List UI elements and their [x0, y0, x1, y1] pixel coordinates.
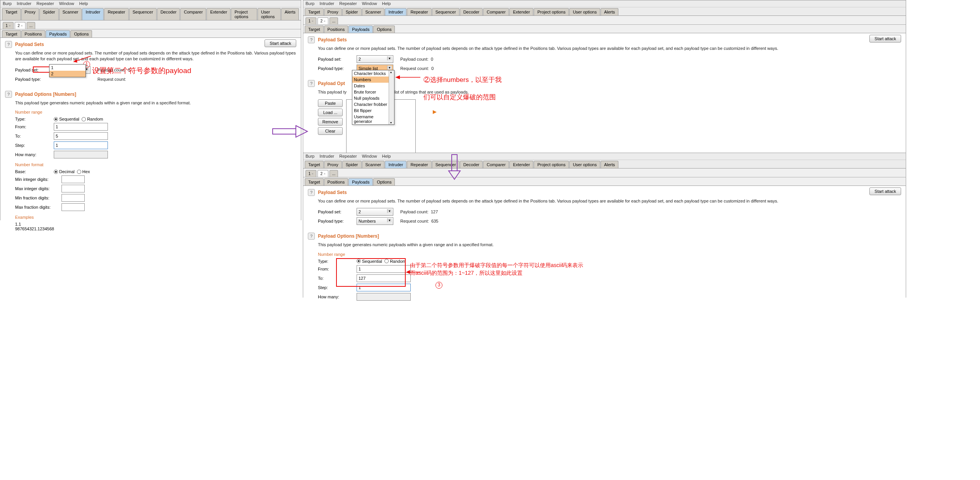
dropdown-scrollbar[interactable] — [389, 70, 394, 124]
max-int-input[interactable] — [61, 185, 85, 192]
dropdown-opt-dates[interactable]: Dates — [352, 83, 394, 89]
tab-project-options[interactable]: Project options — [534, 8, 569, 15]
dropdown-opt-numbers[interactable]: Numbers — [352, 77, 394, 83]
step-input[interactable] — [54, 141, 108, 149]
tab-target[interactable]: Target — [305, 161, 324, 168]
to-input[interactable] — [54, 132, 108, 140]
dropdown-opt-1[interactable]: 1 — [50, 65, 85, 71]
tab-alerts[interactable]: Alerts — [281, 8, 299, 20]
dropdown-opt-bitflip[interactable]: Bit flipper — [352, 107, 394, 114]
attack-tab-2[interactable]: 2× — [318, 17, 328, 24]
tab-user-options[interactable]: User options — [258, 8, 281, 20]
payload-set-select[interactable]: 2 — [357, 55, 393, 63]
tab-target[interactable]: Target — [305, 8, 324, 15]
menu-help[interactable]: Help — [79, 1, 88, 6]
subtab-payloads[interactable]: Payloads — [348, 26, 373, 33]
tab-extender[interactable]: Extender — [509, 8, 533, 15]
dropdown-opt-username[interactable]: Username generator — [352, 114, 394, 124]
menu-repeater[interactable]: Repeater — [339, 154, 357, 158]
clear-button[interactable]: Clear — [318, 127, 343, 135]
radio-decimal[interactable] — [54, 170, 58, 174]
paste-button[interactable]: Paste — [318, 99, 343, 107]
tab-intruder[interactable]: Intruder — [82, 8, 104, 20]
radio-sequential[interactable] — [54, 117, 58, 121]
from-input[interactable] — [357, 265, 411, 273]
dropdown-opt-brute[interactable]: Brute forcer — [352, 89, 394, 95]
menu-burp[interactable]: Burp — [306, 154, 314, 158]
dropdown-opt-frobber[interactable]: Character frobber — [352, 101, 394, 107]
menu-window[interactable]: Window — [362, 154, 377, 158]
subtab-payloads[interactable]: Payloads — [348, 178, 373, 186]
menu-help[interactable]: Help — [382, 154, 391, 158]
subtab-payloads[interactable]: Payloads — [46, 30, 70, 37]
tab-scanner[interactable]: Scanner — [362, 161, 385, 168]
help-icon[interactable]: ? — [5, 91, 12, 98]
tab-scanner[interactable]: Scanner — [362, 8, 385, 15]
tab-sequencer[interactable]: Sequencer — [432, 8, 459, 15]
attack-tab-1[interactable]: 1× — [306, 17, 316, 24]
subtab-positions[interactable]: Positions — [324, 178, 348, 186]
tab-comparer[interactable]: Comparer — [180, 8, 206, 20]
menu-repeater[interactable]: Repeater — [36, 1, 54, 6]
subtab-target[interactable]: Target — [2, 30, 21, 37]
dropdown-opt-null[interactable]: Null payloads — [352, 95, 394, 101]
tab-proxy[interactable]: Proxy — [324, 8, 342, 15]
subtab-target[interactable]: Target — [305, 26, 324, 33]
tab-repeater[interactable]: Repeater — [104, 8, 128, 20]
start-attack-button[interactable]: Start attack — [869, 35, 901, 43]
radio-sequential[interactable] — [357, 259, 361, 263]
attack-tab-more[interactable]: ... — [330, 17, 338, 24]
radio-random[interactable] — [82, 117, 86, 121]
menu-intruder[interactable]: Intruder — [319, 154, 334, 158]
min-frac-input[interactable] — [61, 194, 85, 202]
radio-random[interactable] — [384, 259, 389, 263]
help-icon[interactable]: ? — [308, 36, 315, 43]
remove-button[interactable]: Remove — [318, 118, 343, 126]
attack-tab-more[interactable]: ... — [330, 170, 338, 177]
help-icon[interactable]: ? — [308, 80, 315, 87]
tab-decoder[interactable]: Decoder — [460, 161, 483, 168]
tab-spider[interactable]: Spider — [342, 161, 362, 168]
menu-window[interactable]: Window — [362, 1, 377, 6]
tab-alerts[interactable]: Alerts — [601, 161, 618, 168]
tab-scanner[interactable]: Scanner — [59, 8, 82, 20]
subtab-positions[interactable]: Positions — [21, 30, 46, 37]
tab-decoder[interactable]: Decoder — [460, 8, 483, 15]
tab-user-options[interactable]: User options — [569, 8, 600, 15]
tab-project-options[interactable]: Project options — [534, 161, 569, 168]
subtab-options[interactable]: Options — [373, 178, 395, 186]
menu-help[interactable]: Help — [382, 1, 391, 6]
tab-comparer[interactable]: Comparer — [483, 161, 509, 168]
start-attack-button[interactable]: Start attack — [869, 187, 901, 195]
step-input[interactable] — [357, 284, 411, 291]
menu-intruder[interactable]: Intruder — [17, 1, 31, 6]
tab-proxy[interactable]: Proxy — [324, 161, 342, 168]
subtab-target[interactable]: Target — [305, 178, 324, 186]
tab-decoder[interactable]: Decoder — [157, 8, 180, 20]
subtab-positions[interactable]: Positions — [324, 26, 348, 33]
tab-repeater[interactable]: Repeater — [407, 161, 431, 168]
tab-intruder[interactable]: Intruder — [385, 8, 406, 15]
tab-project-options[interactable]: Project options — [231, 8, 257, 20]
menu-burp[interactable]: Burp — [3, 1, 12, 6]
max-frac-input[interactable] — [61, 203, 85, 211]
payload-type-select[interactable]: Numbers — [357, 217, 393, 225]
menu-burp[interactable]: Burp — [306, 1, 314, 6]
tab-proxy[interactable]: Proxy — [21, 8, 39, 20]
tab-sequencer[interactable]: Sequencer — [129, 8, 157, 20]
attack-tab-2[interactable]: 2× — [15, 22, 26, 29]
help-icon[interactable]: ? — [5, 41, 12, 48]
tab-comparer[interactable]: Comparer — [483, 8, 509, 15]
attack-tab-1[interactable]: 1× — [3, 22, 14, 29]
start-attack-button[interactable]: Start attack — [265, 39, 296, 47]
help-icon[interactable]: ? — [308, 233, 315, 240]
help-icon[interactable]: ? — [308, 189, 315, 196]
tab-extender[interactable]: Extender — [207, 8, 230, 20]
menu-repeater[interactable]: Repeater — [339, 1, 357, 6]
to-input[interactable] — [357, 274, 411, 282]
tab-user-options[interactable]: User options — [569, 161, 600, 168]
attack-tab-more[interactable]: ... — [27, 22, 35, 29]
tab-spider[interactable]: Spider — [342, 8, 362, 15]
radio-hex[interactable] — [77, 170, 81, 174]
attack-tab-1[interactable]: 1× — [306, 170, 316, 177]
